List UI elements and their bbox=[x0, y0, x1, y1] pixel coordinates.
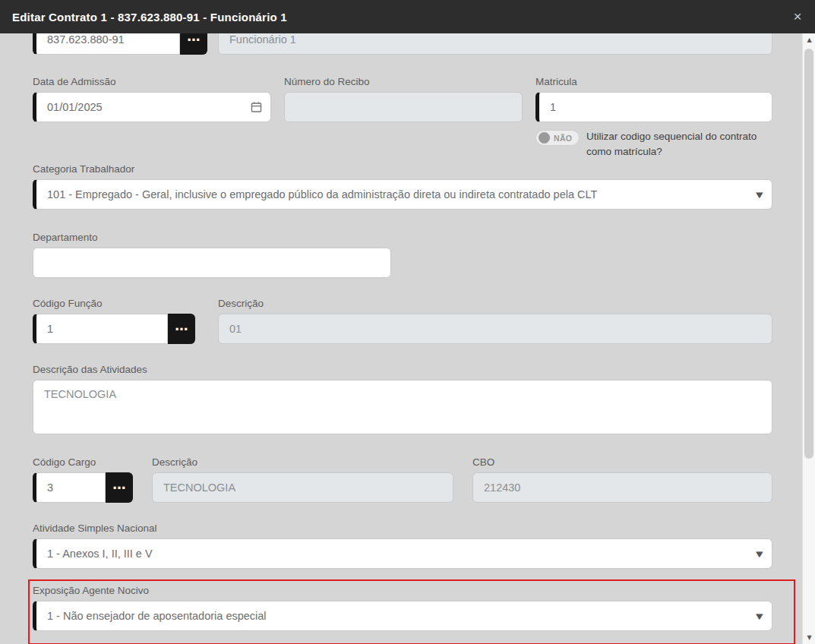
scroll-down-button[interactable]: ▼ bbox=[803, 631, 815, 644]
cpf-field-group: ⋯ bbox=[33, 33, 207, 55]
atividade-simples-select[interactable]: 1 - Anexos I, II, III e V ▼ bbox=[33, 538, 772, 569]
row-cargo: Código Cargo ⋯ Descrição CBO bbox=[33, 456, 772, 503]
cargo-descricao-input bbox=[152, 472, 453, 503]
chevron-down-icon: ▼ bbox=[756, 191, 763, 199]
funcionario-field bbox=[218, 33, 772, 55]
categoria-select[interactable]: 101 - Empregado - Geral, inclusive o emp… bbox=[33, 179, 772, 210]
funcao-descricao-input bbox=[218, 314, 772, 344]
codigo-cargo-field: Código Cargo ⋯ bbox=[33, 456, 133, 503]
cpf-input[interactable] bbox=[33, 33, 180, 55]
codigo-cargo-label: Código Cargo bbox=[33, 456, 133, 468]
funcao-descricao-label: Descrição bbox=[218, 298, 772, 309]
numero-recibo-field: Número do Recibo bbox=[284, 76, 523, 122]
scroll-up-button[interactable]: ▲ bbox=[803, 33, 815, 46]
funcionario-input bbox=[218, 33, 772, 55]
cbo-input bbox=[472, 472, 772, 503]
departamento-label: Departamento bbox=[33, 232, 772, 243]
codigo-cargo-input[interactable] bbox=[33, 472, 106, 503]
data-admissao-field: Data de Admissão bbox=[33, 76, 271, 122]
matricula-label: Matricula bbox=[535, 76, 772, 87]
codigo-funcao-field: Código Função ⋯ bbox=[33, 298, 195, 344]
modal-header: Editar Contrato 1 - 837.623.880-91 - Fun… bbox=[0, 0, 815, 33]
categoria-value: 101 - Empregado - Geral, inclusive o emp… bbox=[47, 188, 597, 200]
scrollbar[interactable]: ▲ ▼ bbox=[802, 33, 815, 644]
atividade-simples-field: Atividade Simples Nacional 1 - Anexos I,… bbox=[33, 522, 772, 569]
sequencial-toggle-row: NÃO Utilizar codigo sequencial do contra… bbox=[535, 129, 772, 159]
atividades-field: Descrição das Atividades TECNOLOGIA bbox=[33, 364, 772, 437]
modal-body: ⋯ Data de Admissão Número bbox=[0, 33, 802, 644]
toggle-knob-icon bbox=[539, 132, 550, 144]
scroll-thumb[interactable] bbox=[804, 49, 813, 459]
chevron-down-icon: ▼ bbox=[756, 612, 763, 620]
row-identification: ⋯ bbox=[33, 33, 772, 55]
atividade-simples-value: 1 - Anexos I, II, III e V bbox=[47, 548, 153, 560]
highlight-box: Exposição Agente Nocivo 1 - Não ensejado… bbox=[28, 579, 795, 644]
atividades-textarea[interactable]: TECNOLOGIA bbox=[33, 380, 772, 434]
numero-recibo-label: Número do Recibo bbox=[284, 76, 523, 87]
codigo-funcao-browse-button[interactable]: ⋯ bbox=[168, 314, 195, 344]
exposicao-field: Exposição Agente Nocivo 1 - Não ensejado… bbox=[33, 585, 772, 631]
departamento-input[interactable] bbox=[33, 248, 391, 278]
atividades-label: Descrição das Atividades bbox=[33, 364, 772, 375]
atividade-simples-label: Atividade Simples Nacional bbox=[33, 522, 772, 534]
codigo-funcao-input[interactable] bbox=[33, 314, 168, 344]
codigo-funcao-label: Código Função bbox=[33, 298, 195, 309]
exposicao-value: 1 - Não ensejador de aposentadoria espec… bbox=[47, 610, 267, 622]
data-admissao-label: Data de Admissão bbox=[33, 76, 271, 87]
chevron-down-icon: ▼ bbox=[756, 550, 763, 558]
categoria-label: Categoria Trabalhador bbox=[33, 163, 772, 175]
exposicao-label: Exposição Agente Nocivo bbox=[33, 585, 772, 596]
matricula-input[interactable] bbox=[535, 92, 772, 122]
exposicao-select[interactable]: 1 - Não ensejador de aposentadoria espec… bbox=[33, 601, 772, 631]
sequencial-question: Utilizar codigo sequencial do contrato c… bbox=[586, 129, 772, 159]
sequencial-toggle[interactable]: NÃO bbox=[535, 130, 580, 146]
row-admissao: Data de Admissão Número do Recibo Matric… bbox=[33, 76, 772, 159]
numero-recibo-input bbox=[284, 92, 523, 122]
row-funcao: Código Função ⋯ Descrição bbox=[33, 298, 772, 344]
cbo-label: CBO bbox=[472, 456, 772, 468]
cargo-descricao-label: Descrição bbox=[152, 456, 453, 468]
toggle-state-label: NÃO bbox=[554, 134, 572, 143]
funcao-descricao-field: Descrição bbox=[218, 298, 772, 344]
arrow-down-icon: ▼ bbox=[807, 634, 811, 641]
calendar-icon[interactable] bbox=[250, 101, 263, 114]
cargo-descricao-field: Descrição bbox=[152, 456, 453, 503]
modal-title: Editar Contrato 1 - 837.623.880-91 - Fun… bbox=[12, 11, 287, 24]
codigo-cargo-browse-button[interactable]: ⋯ bbox=[106, 472, 133, 503]
cbo-field: CBO bbox=[472, 456, 772, 503]
matricula-field: Matricula NÃO Utilizar codigo sequencial… bbox=[535, 76, 772, 159]
departamento-field: Departamento bbox=[33, 232, 772, 278]
categoria-field: Categoria Trabalhador 101 - Empregado - … bbox=[33, 163, 772, 210]
cpf-browse-button[interactable]: ⋯ bbox=[180, 33, 207, 55]
arrow-up-icon: ▲ bbox=[807, 36, 811, 43]
close-icon[interactable]: × bbox=[785, 0, 810, 33]
data-admissao-input[interactable] bbox=[33, 92, 271, 122]
